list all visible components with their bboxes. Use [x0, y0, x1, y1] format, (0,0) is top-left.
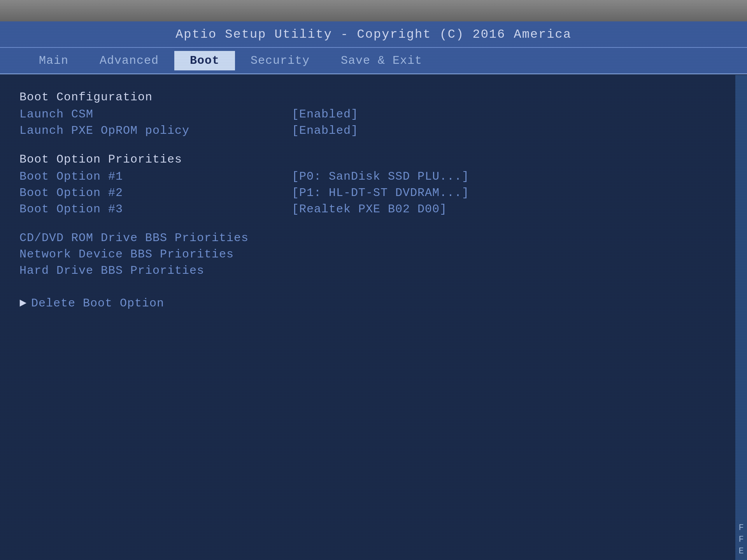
main-content: Boot Configuration Launch CSM [Enabled] … [0, 75, 735, 560]
boot-option-3-row[interactable]: Boot Option #3 [Realtek PXE B02 D00] [19, 203, 716, 216]
network-priorities-row[interactable]: Network Device BBS Priorities [19, 248, 716, 261]
delete-boot-label: Delete Boot Option [31, 297, 164, 310]
boot-option-3-label: Boot Option #3 [19, 203, 292, 216]
launch-csm-row[interactable]: Launch CSM [Enabled] [19, 108, 716, 121]
menu-item-boot[interactable]: Boot [174, 51, 235, 70]
boot-priorities-heading: Boot Option Priorities [19, 153, 716, 166]
boot-config-heading: Boot Configuration [19, 91, 716, 104]
launch-csm-value: [Enabled] [292, 108, 358, 121]
right-sidebar: F F E [735, 75, 747, 560]
title-bar: Aptio Setup Utility - Copyright (C) 2016… [0, 21, 747, 48]
cddvd-priorities-label: CD/DVD ROM Drive BBS Priorities [19, 231, 292, 245]
boot-option-2-value: [P1: HL-DT-ST DVDRAM...] [292, 186, 469, 200]
sidebar-key-f2: F [738, 535, 743, 544]
boot-option-1-label: Boot Option #1 [19, 170, 292, 183]
harddrive-priorities-row[interactable]: Hard Drive BBS Priorities [19, 264, 716, 277]
delete-boot-option-row[interactable]: ► Delete Boot Option [19, 297, 716, 310]
menu-item-advanced[interactable]: Advanced [84, 51, 174, 70]
harddrive-priorities-label: Hard Drive BBS Priorities [19, 264, 292, 277]
launch-pxe-label: Launch PXE OpROM policy [19, 124, 292, 137]
boot-option-2-label: Boot Option #2 [19, 186, 292, 200]
launch-pxe-value: [Enabled] [292, 124, 358, 137]
app-title: Aptio Setup Utility - Copyright (C) 2016… [175, 27, 572, 42]
boot-option-1-value: [P0: SanDisk SSD PLU...] [292, 170, 469, 183]
boot-option-1-row[interactable]: Boot Option #1 [P0: SanDisk SSD PLU...] [19, 170, 716, 183]
boot-option-3-value: [Realtek PXE B02 D00] [292, 203, 447, 216]
launch-pxe-row[interactable]: Launch PXE OpROM policy [Enabled] [19, 124, 716, 137]
cddvd-priorities-row[interactable]: CD/DVD ROM Drive BBS Priorities [19, 231, 716, 245]
menu-item-save-exit[interactable]: Save & Exit [325, 51, 438, 70]
boot-option-2-row[interactable]: Boot Option #2 [P1: HL-DT-ST DVDRAM...] [19, 186, 716, 200]
menu-bar: Main Advanced Boot Security Save & Exit [0, 48, 747, 74]
sidebar-key-esc: E [738, 546, 743, 556]
launch-csm-label: Launch CSM [19, 108, 292, 121]
network-priorities-label: Network Device BBS Priorities [19, 248, 292, 261]
sidebar-key-f1: F [738, 523, 743, 533]
arrow-right-icon: ► [19, 297, 26, 310]
menu-item-security[interactable]: Security [235, 51, 325, 70]
menu-item-main[interactable]: Main [23, 51, 84, 70]
top-bezel [0, 0, 747, 21]
